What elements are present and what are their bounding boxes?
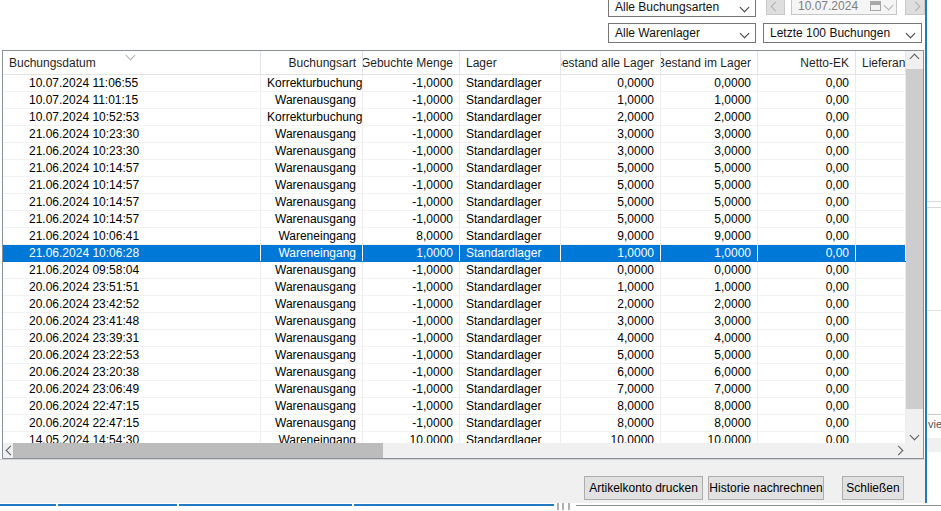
table-row[interactable]: 10.07.2024 11:01:15Warenausgang-1,0000St…	[3, 92, 923, 109]
scroll-up-icon[interactable]	[906, 51, 923, 66]
column-header-bestand-alle-lager[interactable]: Bestand alle Lager	[561, 51, 661, 74]
cell-lager: Standardlager	[460, 279, 561, 295]
column-header-lieferant[interactable]: Lieferant	[856, 51, 906, 74]
table-body: 10.07.2024 11:06:55Korrekturbuchung-1,00…	[3, 75, 923, 444]
chevron-down-icon	[906, 29, 916, 39]
column-header-lager[interactable]: Lager	[460, 51, 561, 74]
anzahl-filter-select[interactable]: Letzte 100 Buchungen	[763, 23, 922, 43]
table-row[interactable]: 21.06.2024 10:14:57Warenausgang-1,0000St…	[3, 160, 923, 177]
table-row[interactable]: 20.06.2024 23:51:51Warenausgang-1,0000St…	[3, 279, 923, 296]
cell-buchungsart: Warenausgang	[261, 143, 363, 159]
horizontal-scrollbar[interactable]	[3, 443, 906, 458]
warenlager-filter-value: Alle Warenlager	[615, 26, 700, 40]
cell-lieferant	[856, 177, 906, 193]
table-row[interactable]: 21.06.2024 10:06:41Wareneingang8,0000Sta…	[3, 228, 923, 245]
warenlager-filter-select[interactable]: Alle Warenlager	[608, 23, 756, 43]
buchungsart-filter-select[interactable]: Alle Buchungsarten	[608, 0, 756, 17]
table-row[interactable]: 20.06.2024 23:22:53Warenausgang-1,0000St…	[3, 347, 923, 364]
date-input[interactable]: 10.07.2024	[791, 0, 897, 15]
cell-netto-ek: 0,00	[758, 381, 856, 397]
cell-buchungsart: Warenausgang	[261, 381, 363, 397]
column-header-bestand-im-lager[interactable]: Bestand im Lager	[661, 51, 758, 74]
horizontal-scrollbar-thumb[interactable]	[13, 443, 383, 458]
historie-nachrechnen-button[interactable]: Historie nachrechnen	[708, 476, 824, 500]
cell-bestand-im-lager: 3,0000	[661, 126, 758, 142]
cell-lieferant	[856, 347, 906, 363]
table-row[interactable]: 20.06.2024 23:41:48Warenausgang-1,0000St…	[3, 313, 923, 330]
cell-bestand-im-lager: 9,0000	[661, 228, 758, 244]
cell-lieferant	[856, 262, 906, 278]
vertical-scrollbar-thumb[interactable]	[906, 69, 923, 409]
table-row[interactable]: 20.06.2024 23:20:38Warenausgang-1,0000St…	[3, 364, 923, 381]
table-row[interactable]: 21.06.2024 10:14:57Warenausgang-1,0000St…	[3, 177, 923, 194]
cell-lager: Standardlager	[460, 296, 561, 312]
cell-buchungsdatum: 21.06.2024 10:23:30	[3, 143, 261, 159]
table-row[interactable]: 20.06.2024 23:06:49Warenausgang-1,0000St…	[3, 381, 923, 398]
table-row[interactable]: 20.06.2024 22:47:15Warenausgang-1,0000St…	[3, 398, 923, 415]
cell-gebuchte-menge: -1,0000	[363, 415, 460, 431]
cell-lager: Standardlager	[460, 398, 561, 414]
background-window-strip	[0, 503, 941, 511]
cell-lager: Standardlager	[460, 126, 561, 142]
cell-buchungsdatum: 10.07.2024 11:01:15	[3, 92, 261, 108]
cell-lieferant	[856, 364, 906, 380]
cell-lieferant	[856, 194, 906, 210]
cell-gebuchte-menge: 8,0000	[363, 228, 460, 244]
date-value: 10.07.2024	[798, 0, 858, 13]
cell-buchungsdatum: 10.07.2024 11:06:55	[3, 75, 261, 91]
cell-gebuchte-menge: -1,0000	[363, 160, 460, 176]
cell-bestand-im-lager: 8,0000	[661, 415, 758, 431]
cell-netto-ek: 0,00	[758, 262, 856, 278]
table-row[interactable]: 21.06.2024 09:58:04Warenausgang-1,0000St…	[3, 262, 923, 279]
background-blue-line	[179, 504, 352, 506]
cell-bestand-im-lager: 5,0000	[661, 194, 758, 210]
table-row[interactable]: 10.07.2024 10:52:53Korrekturbuchung-1,00…	[3, 109, 923, 126]
cell-lieferant	[856, 143, 906, 159]
cell-buchungsart: Warenausgang	[261, 313, 363, 329]
cell-bestand-alle-lager: 3,0000	[561, 126, 661, 142]
cell-lager: Standardlager	[460, 75, 561, 91]
cell-buchungsart: Korrekturbuchung	[261, 109, 363, 125]
previous-date-button[interactable]	[766, 0, 785, 15]
column-header-buchungsart[interactable]: Buchungsart	[261, 51, 363, 74]
cell-lager: Standardlager	[460, 364, 561, 380]
schliessen-button[interactable]: Schließen	[842, 476, 904, 500]
cell-bestand-im-lager: 2,0000	[661, 109, 758, 125]
table-row[interactable]: 10.07.2024 11:06:55Korrekturbuchung-1,00…	[3, 75, 923, 92]
cell-gebuchte-menge: -1,0000	[363, 109, 460, 125]
column-header-gebuchte-menge[interactable]: Gebuchte Menge	[363, 51, 460, 74]
table-row[interactable]: 21.06.2024 10:23:30Warenausgang-1,0000St…	[3, 143, 923, 160]
table-row[interactable]: 21.06.2024 10:14:57Warenausgang-1,0000St…	[3, 211, 923, 228]
cell-bestand-alle-lager: 2,0000	[561, 296, 661, 312]
cell-bestand-alle-lager: 7,0000	[561, 381, 661, 397]
scroll-down-icon[interactable]	[906, 428, 923, 443]
background-tick	[568, 503, 570, 510]
cell-buchungsdatum: 10.07.2024 10:52:53	[3, 109, 261, 125]
table-row[interactable]: 20.06.2024 23:42:52Warenausgang-1,0000St…	[3, 296, 923, 313]
cell-netto-ek: 0,00	[758, 313, 856, 329]
cell-buchungsdatum: 21.06.2024 09:58:04	[3, 262, 261, 278]
cell-lager: Standardlager	[460, 194, 561, 210]
artikelkonto-drucken-button[interactable]: Artikelkonto drucken	[584, 476, 703, 500]
anzahl-filter-value: Letzte 100 Buchungen	[770, 26, 890, 40]
cell-buchungsart: Warenausgang	[261, 279, 363, 295]
window-edge-divider	[925, 0, 927, 503]
table-row-selected[interactable]: 21.06.2024 10:06:28Wareneingang1,0000Sta…	[3, 245, 923, 262]
cell-lieferant	[856, 126, 906, 142]
table-row[interactable]: 21.06.2024 10:14:57Warenausgang-1,0000St…	[3, 194, 923, 211]
table-row[interactable]: 20.06.2024 23:39:31Warenausgang-1,0000St…	[3, 330, 923, 347]
table-row[interactable]: 20.06.2024 22:47:15Warenausgang-1,0000St…	[3, 415, 923, 432]
next-date-button[interactable]	[905, 0, 925, 15]
vertical-scrollbar[interactable]	[906, 51, 923, 443]
cell-bestand-alle-lager: 8,0000	[561, 398, 661, 414]
scroll-right-icon[interactable]	[891, 443, 906, 458]
cell-bestand-im-lager: 5,0000	[661, 211, 758, 227]
scrollbar-corner	[906, 443, 923, 458]
cell-buchungsart: Warenausgang	[261, 398, 363, 414]
cell-bestand-alle-lager: 5,0000	[561, 347, 661, 363]
cell-buchungsart: Warenausgang	[261, 126, 363, 142]
column-header-netto-ek[interactable]: Netto-EK	[758, 51, 856, 74]
cell-lager: Standardlager	[460, 177, 561, 193]
cell-bestand-im-lager: 1,0000	[661, 245, 758, 261]
table-row[interactable]: 21.06.2024 10:23:30Warenausgang-1,0000St…	[3, 126, 923, 143]
